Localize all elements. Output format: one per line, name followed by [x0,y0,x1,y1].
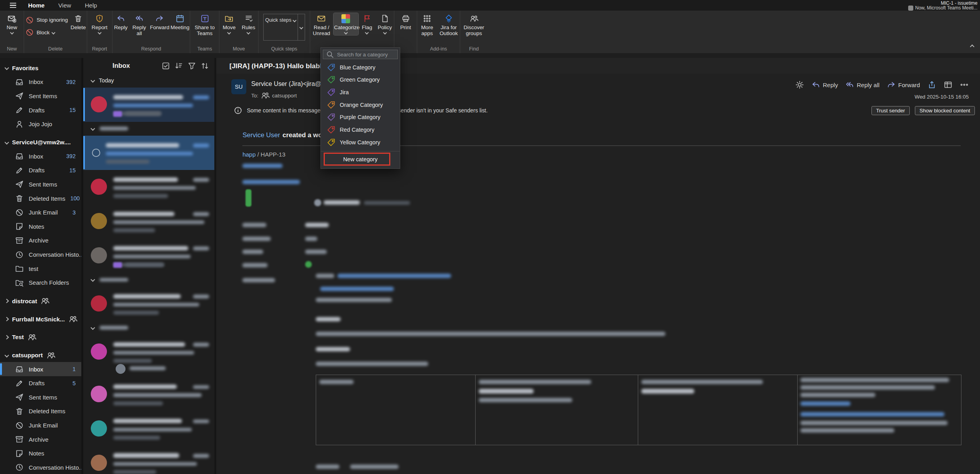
sidebar-item-conversation-histo-[interactable]: Conversation Histo... [0,248,81,262]
show-blocked-content-button[interactable]: Show blocked content [915,106,975,115]
category-item-yellow-category[interactable]: Yellow Category [321,136,400,149]
block-button[interactable]: Block [24,28,69,37]
teams-meeting-notification[interactable]: MIC-1 - issuetime Now, Microsoft Teams M… [908,1,977,11]
sidebar-item-sent-items[interactable]: Sent Items [0,89,81,103]
sidebar-item-sent-items[interactable]: Sent Items [0,177,81,192]
category-item-purple-category[interactable]: Purple Category [321,111,400,124]
menu-tab-view[interactable]: View [51,0,78,11]
reply-all-action-button[interactable]: Reply all [845,80,879,89]
message-group-label: Today [99,77,114,84]
order-toggle-icon[interactable] [200,62,209,70]
sidebar-item-junk-email[interactable]: Junk Email3 [0,205,81,220]
sidebar-item-archive[interactable]: Archive [0,432,81,446]
menu-tab-home[interactable]: Home [21,0,52,11]
sort-icon[interactable] [174,62,183,70]
folder-section-distrocat[interactable]: distrocat [0,294,81,308]
discover-groups-button[interactable]: Discover groups [461,13,487,38]
meeting-button[interactable]: Meeting [170,13,190,32]
flag-button[interactable]: Flag [359,13,375,35]
sidebar-item-sent-items[interactable]: Sent Items [0,390,81,405]
sidebar-item-archive[interactable]: Archive [0,233,81,248]
reply-action-button[interactable]: Reply [811,80,838,89]
history-icon [15,250,24,259]
new-category-item[interactable]: New category [321,153,400,165]
message-time [193,420,209,424]
sidebar-item-inbox[interactable]: Inbox392 [0,149,81,163]
rules-button[interactable]: Rules [239,13,258,35]
sidebar-item-notes[interactable]: Notes [0,220,81,234]
folder-section-test[interactable]: Test [0,330,81,344]
select-all-icon[interactable] [161,62,170,70]
sidebar-item-drafts[interactable]: Drafts15 [0,163,81,177]
sidebar-item-search-folders[interactable]: Search Folders [0,276,81,290]
new-button[interactable]: New [6,13,18,35]
message-group-header[interactable] [83,122,215,136]
categorize-button[interactable]: Categorize [334,13,358,35]
quick-steps-gallery[interactable]: Quick steps [263,14,305,41]
reply-all-button[interactable]: Reply all [130,13,149,38]
more-actions-icon[interactable] [960,80,969,89]
body-heading-author-link[interactable]: Service User [242,131,280,139]
message-list-item[interactable] [83,287,215,321]
sidebar-item-drafts[interactable]: Drafts15 [0,103,81,117]
category-search-box[interactable]: Search for a category [323,50,398,59]
category-item-red-category[interactable]: Red Category [321,123,400,136]
message-list-item[interactable] [83,170,215,204]
more-apps-button[interactable]: More apps [417,13,437,38]
read-unread-button[interactable]: Read / Unread [310,13,333,38]
quick-steps-more-button[interactable] [298,14,305,41]
forward-button[interactable]: Forward [149,13,169,32]
message-select-checkbox[interactable] [92,149,100,157]
sidebar-item-inbox[interactable]: Inbox1 [0,362,81,376]
sidebar-item-conversation-histo-[interactable]: Conversation Histo... [0,461,81,474]
sidebar-item-notes[interactable]: Notes [0,446,81,461]
filter-icon[interactable] [187,62,196,70]
summarize-icon[interactable] [795,80,804,89]
sidebar-item-test[interactable]: test [0,261,81,276]
message-group-header[interactable]: Today [83,74,215,88]
message-list-item[interactable] [83,377,215,411]
project-link[interactable]: happ [242,151,255,158]
collapse-ribbon-button[interactable] [970,44,974,49]
recipient-name[interactable]: catsupport [272,93,297,99]
hamburger-menu-icon[interactable] [5,3,21,8]
menu-tab-help[interactable]: Help [78,0,104,11]
message-avatar [91,386,107,402]
category-item-green-category[interactable]: Green Category [321,74,400,86]
sidebar-item-deleted-items[interactable]: Deleted Items100 [0,191,81,205]
forward-action-button[interactable]: Forward [887,80,920,89]
folder-section-catsupport[interactable]: catsupport [0,348,81,362]
message-list-item[interactable] [83,204,215,239]
stop-ignoring-button[interactable]: Stop ignoring [24,15,69,25]
message-group-header[interactable] [83,273,215,287]
share-to-teams-button[interactable]: Share to Teams [191,13,217,38]
layout-icon[interactable] [944,80,952,89]
trust-sender-button[interactable]: Trust sender [871,106,910,115]
jira-for-outlook-button[interactable]: Jira for Outlook [438,13,460,38]
category-item-blue-category[interactable]: Blue Category [321,61,400,74]
sidebar-item-jojo-jojo[interactable]: Jojo Jojo [0,117,81,131]
message-list-item[interactable] [83,88,215,122]
folder-section-serviceu-vmw2w-[interactable]: ServiceU@vmw2w.... [0,136,81,149]
sidebar-item-junk-email[interactable]: Junk Email [0,418,81,433]
message-list-item[interactable] [83,446,215,474]
report-button[interactable]: Report [91,13,108,35]
reply-button[interactable]: Reply [112,13,129,32]
message-list-item[interactable] [83,239,215,273]
category-item-jira[interactable]: Jira [321,86,400,99]
sidebar-item-deleted-items[interactable]: Deleted Items [0,404,81,418]
share-icon[interactable] [928,80,936,89]
category-item-orange-category[interactable]: Orange Category [321,99,400,111]
message-list-item[interactable] [83,335,215,377]
move-button[interactable]: Move [220,13,238,35]
policy-button[interactable]: Policy [376,13,394,35]
delete-button[interactable]: Delete [70,13,87,32]
message-group-header[interactable] [83,321,215,335]
folder-section-furrball-mcsnick-[interactable]: Furrball McSnick... [0,312,81,326]
folder-section-favorites[interactable]: Favorites [0,61,81,75]
message-list-item[interactable] [83,136,215,170]
sidebar-item-inbox[interactable]: Inbox392 [0,75,81,89]
sidebar-item-drafts[interactable]: Drafts5 [0,376,81,390]
message-list-item[interactable] [83,411,215,446]
print-button[interactable]: Print [399,13,412,32]
